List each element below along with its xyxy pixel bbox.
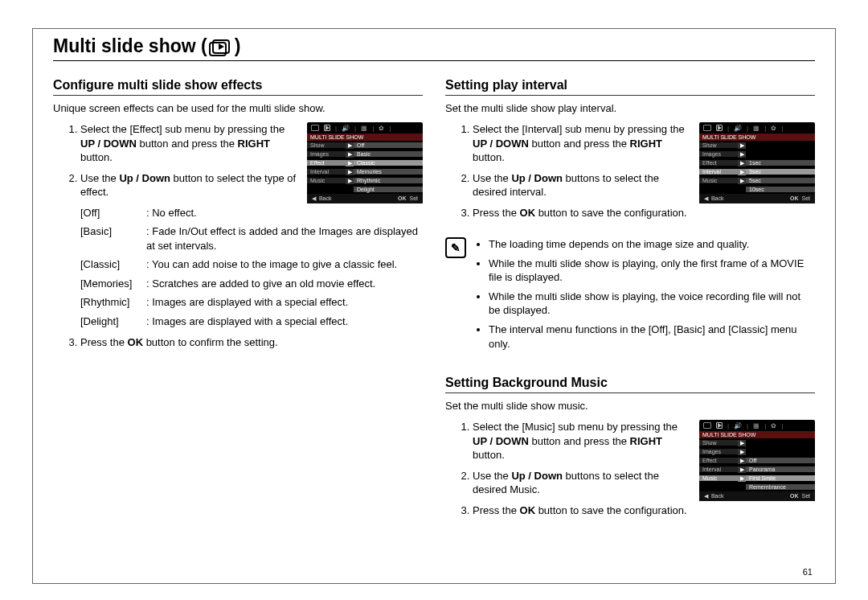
effect-definition: [Rhythmic]Images are displayed with a sp… [80,295,420,310]
effect-definition: [Basic]Fade In/Out effect is added and t… [80,224,420,253]
step-3: Press the OK button to save the configur… [473,503,815,518]
lcd-music-screenshot: |🔊|▦|✿|MULTI SLIDE SHOWShow▶Images▶Effec… [699,420,815,501]
section-heading-music: Setting Background Music [445,373,815,393]
effect-definition: [Off]No effect. [80,206,301,220]
title-text: Multi slide show ( [53,35,207,57]
lcd-interval-screenshot: |🔊|▦|✿|MULTI SLIDE SHOWShow▶Images▶Effec… [699,122,815,203]
section-heading-effects: Configure multi slide show effects [53,76,423,96]
note-item: The interval menu functions in the [Off]… [489,323,815,351]
step-3: Press the OK button to save the configur… [473,206,815,220]
intro-text: Set the multi slide show music. [445,400,815,412]
lcd-effect-screenshot: |🔊|▦|✿|MULTI SLIDE SHOWShow▶OffImages▶Ba… [307,122,423,203]
note-item: The loading time depends on the image si… [489,237,815,252]
note-item: While the multi slide show is playing, t… [489,290,815,318]
page-frame: Multi slide show ( ) Configure multi sli… [32,28,836,584]
page-title: Multi slide show ( ) [53,29,815,57]
note-icon: ✎ [445,237,466,258]
note-item: While the multi slide show is playing, o… [489,257,815,285]
title-close: ) [235,35,241,57]
effect-definition: [Delight]Images are displayed with a spe… [80,314,420,329]
slideshow-icon [212,39,230,54]
effect-definition: [Memories]Scratches are added to give an… [80,277,420,291]
title-rule [53,60,815,61]
intro-text: Set the multi slide show play interval. [445,102,815,114]
page-number: 61 [803,567,813,577]
step-3: Press the OK button to confirm the setti… [80,335,423,350]
right-column: Setting play interval Set the multi slid… [445,76,815,524]
intro-text: Unique screen effects can be used for th… [53,102,423,114]
note-box: ✎ The loading time depends on the image … [445,237,815,355]
section-heading-interval: Setting play interval [445,76,815,96]
effect-definition: [Classic]You can add noise to the image … [80,257,420,272]
left-column: Configure multi slide show effects Uniqu… [53,76,423,524]
